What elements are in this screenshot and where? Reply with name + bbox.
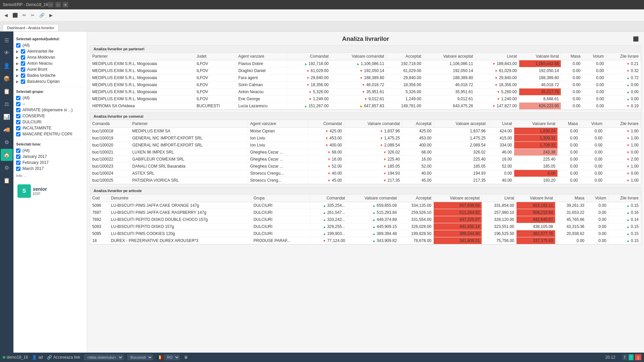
sidebar-icon-docs[interactable]: 📋 xyxy=(1,174,13,186)
toolbar-edit[interactable]: ✏ xyxy=(21,12,28,19)
status-country[interactable]: 🇷🇴 RO xyxy=(157,354,180,360)
sidebar-icon-menu[interactable]: ☰ xyxy=(1,34,13,46)
cell-vliv: 438,105.08 xyxy=(517,223,555,230)
social-icon-2[interactable]: t xyxy=(629,354,634,360)
filter-group-all-checkbox[interactable] xyxy=(16,96,20,100)
window-controls[interactable]: ─ □ ✕ xyxy=(48,2,68,7)
filter-agent-3-checkbox[interactable] xyxy=(21,61,25,66)
filter-group-aparate[interactable]: APARATE (dispensere si ...) xyxy=(16,107,84,113)
toolbar-run[interactable]: ▶ xyxy=(48,12,54,19)
sidebar-icon-delivery[interactable]: 🚚 xyxy=(1,123,13,135)
maximize-button[interactable]: □ xyxy=(55,2,61,7)
filter-month-all[interactable]: (All) xyxy=(16,147,84,154)
cell-volum: 0.00 xyxy=(583,67,606,74)
toolbar-link[interactable]: 🔗 xyxy=(38,12,46,19)
filter-agent-3[interactable]: ▶ Anton Neacsu xyxy=(16,60,84,66)
date-system-select[interactable]: <data sistemului> xyxy=(84,354,123,360)
cell-masa: 0.00 xyxy=(561,81,583,88)
status-link[interactable]: 🔗 Acceseaza link xyxy=(47,355,80,360)
social-icon-3[interactable]: g xyxy=(635,354,641,360)
filter-all-agents-checkbox[interactable] xyxy=(16,43,20,48)
up-arrow-icon: ▲ xyxy=(626,204,630,207)
down-arrow-icon: ▼ xyxy=(626,136,630,140)
down-arrow-icon: ▼ xyxy=(383,172,386,175)
th-judet: Judet xyxy=(194,53,236,60)
minimize-button[interactable]: ─ xyxy=(48,2,53,7)
toolbar-cut[interactable]: ✂ xyxy=(29,12,36,19)
status-city[interactable]: Bucuresti xyxy=(127,354,153,360)
cell-denumire: LU-BISCUITI PIMS JAFFA CAKE RASPBERRY 14… xyxy=(109,209,251,216)
filter-agent-6-checkbox[interactable] xyxy=(21,79,25,84)
filter-agent-5-checkbox[interactable] xyxy=(21,73,25,78)
filter-group-dash[interactable]: -- xyxy=(16,101,84,107)
filter-agent-1[interactable]: ▶ Alemnaritei Ilie xyxy=(16,48,84,54)
filter-group-dulciuri[interactable]: DULCIURI xyxy=(16,119,84,125)
logo-icon: S xyxy=(17,184,31,198)
close-button[interactable]: ✕ xyxy=(63,2,68,7)
cell-volum: 0.00 xyxy=(587,230,608,237)
sidebar-icon-user[interactable]: 👤 xyxy=(1,60,13,72)
filter-month-feb-checkbox[interactable] xyxy=(16,161,20,165)
filter-month-mar[interactable]: March 2017 xyxy=(16,166,84,172)
cell-vliv: 35,217.78 xyxy=(519,88,561,96)
filter-group-mancare[interactable]: MANCARE PENTRU COPII xyxy=(16,131,84,137)
filter-agent-2-checkbox[interactable] xyxy=(21,55,25,60)
filter-group-all[interactable]: (All) xyxy=(16,95,84,101)
cell-acc: 400.00 xyxy=(402,142,434,149)
filter-all-agents[interactable]: (All) xyxy=(16,42,84,48)
filter-month-mar-checkbox[interactable] xyxy=(16,167,20,171)
filter-agent-4[interactable]: ▶ Aurel Bront xyxy=(16,66,84,72)
filter-group-dash-checkbox[interactable] xyxy=(16,102,20,106)
sidebar-icon-finance[interactable]: ⚖ xyxy=(1,98,13,110)
status-time: 20.12 xyxy=(605,355,615,360)
filter-group-dulciuri-checkbox[interactable] xyxy=(16,120,20,124)
cell-zile: ▲ 0.15 xyxy=(608,202,641,209)
filter-group-incaltaminte[interactable]: INCALTAMINTE xyxy=(16,125,84,131)
cell-liv: ▼ 18,356.00 xyxy=(475,81,519,88)
th-vacc-a: Valoare acceptat xyxy=(434,194,482,202)
sidebar-icon-home[interactable]: 🏠 xyxy=(1,149,13,161)
sidebar-icon-view[interactable]: 👁 xyxy=(1,47,13,59)
cell-vcmd: ▼ 2,089.54 xyxy=(344,142,402,149)
down-arrow-icon: ▼ xyxy=(492,104,496,108)
sidebar-icon-reports[interactable]: 📊 xyxy=(1,111,13,123)
tab-dashboard[interactable]: Dashboard - Analiza livrarilor xyxy=(3,24,59,31)
filter-month-feb[interactable]: February 2017 xyxy=(16,160,84,166)
toolbar-back[interactable]: ◀ xyxy=(3,12,9,19)
status-monitor[interactable]: 🖥 xyxy=(184,355,188,360)
filter-group-aparate-checkbox[interactable] xyxy=(16,108,20,112)
city-select[interactable]: Bucuresti xyxy=(127,354,153,360)
status-date[interactable]: <data sistemului> xyxy=(84,354,123,360)
toolbar-stop[interactable]: ⬛ xyxy=(11,12,19,19)
filter-month-all-checkbox[interactable] xyxy=(16,148,20,153)
export-button[interactable]: ⬛ xyxy=(633,36,639,42)
filter-agent-6[interactable]: ▶ Basulescu Ciprian xyxy=(16,78,84,84)
sidebar-icon-settings[interactable]: ⚙ xyxy=(1,162,13,174)
country-select[interactable]: RO xyxy=(164,354,180,360)
social-icon-1[interactable]: f xyxy=(622,354,627,360)
status-instance-label: demo18_16 xyxy=(7,355,28,360)
down-arrow-icon: ▼ xyxy=(327,165,331,168)
cell-zile: ▲ 0.00 xyxy=(606,81,641,88)
sidebar-icon-orders[interactable]: 📋 xyxy=(1,85,13,97)
sidebar-icon-tools[interactable]: ⚙ xyxy=(1,136,13,148)
filter-group-conserve-checkbox[interactable] xyxy=(16,114,20,118)
filter-month-jan[interactable]: January 2017 xyxy=(16,154,84,160)
orders-table-body: buc/100018 MEDIPLUS EXIM SA Moise Cipria… xyxy=(90,128,641,184)
filter-group-conserve[interactable]: CONSERVE xyxy=(16,113,84,119)
status-bar: demo18_16 👤 ad 🔗 Acceseaza link <data si… xyxy=(0,353,644,362)
filter-group-mancare-checkbox[interactable] xyxy=(16,132,20,136)
filter-agent-4-checkbox[interactable] xyxy=(21,67,25,72)
cell-acc: 326,028.00 xyxy=(399,223,434,230)
sidebar-icon-inventory[interactable]: 📦 xyxy=(1,72,13,84)
filter-month-jan-checkbox[interactable] xyxy=(16,155,20,159)
table-row: MEDIPLUS EXIM S.R.L. Mogosoaia ILFOV Far… xyxy=(90,74,641,81)
filter-group-incaltaminte-checkbox[interactable] xyxy=(16,126,20,130)
up-arrow-icon: ▲ xyxy=(372,218,376,222)
filter-agent-1-checkbox[interactable] xyxy=(21,49,25,54)
cell-liv: ▼ 147,827.00 xyxy=(475,103,519,110)
cell-volum: 0.00 xyxy=(583,96,606,103)
cell-acc: 29,840.00 xyxy=(386,74,423,81)
filter-agent-2[interactable]: ▶ Anna Moldovan xyxy=(16,54,84,60)
filter-agent-5[interactable]: ▶ Badea Iordache xyxy=(16,72,84,78)
